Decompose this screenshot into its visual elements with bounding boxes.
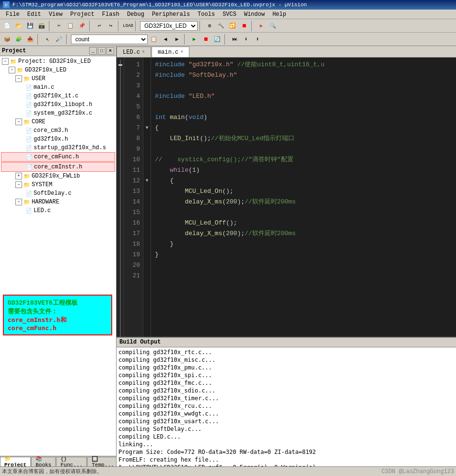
code-content[interactable]: #include "gd32f10x.h" //使能uint8_t,uint16…	[151, 58, 456, 337]
step-in-btn[interactable]: ⬇	[241, 34, 251, 45]
project-tab-func[interactable]: {} Func...	[56, 457, 87, 466]
main-tab-close[interactable]: ×	[180, 49, 183, 55]
sep10	[224, 34, 227, 45]
project-minimize-btn[interactable]: _	[89, 47, 97, 55]
sep3	[118, 21, 121, 31]
tree-core-cmfunc[interactable]: 📄 core_cmFunc.h	[1, 152, 115, 162]
menu-svcs[interactable]: SVCS	[219, 10, 240, 19]
project-dropdown[interactable]: GD32F10x_LED	[140, 21, 198, 31]
menu-peripherals[interactable]: Peripherals	[148, 10, 194, 19]
fwlib-expand[interactable]: +	[15, 173, 22, 179]
project-tab-temp[interactable]: 🔲 Temp...	[87, 457, 117, 466]
manage-btn[interactable]: 📦	[2, 34, 12, 45]
tree-system-folder[interactable]: − 📁 SYSTEM	[1, 180, 115, 189]
tree-user-folder[interactable]: − 📁 USER	[1, 74, 115, 83]
find-in-files-btn[interactable]: 📋	[149, 34, 159, 45]
tree-fwlib-folder[interactable]: + 📁 GD32F10x_FWLib	[1, 172, 115, 180]
sep5	[199, 21, 202, 31]
paste-btn[interactable]: 📌	[77, 21, 87, 31]
open-btn[interactable]: 📂	[13, 21, 24, 31]
build-line: FromELF: creating hex file...	[118, 456, 454, 464]
pack-installer-btn[interactable]: 📥	[25, 34, 35, 45]
file-tabs: LED.c × main.c ×	[117, 46, 456, 58]
stop2-btn[interactable]: ⏹	[200, 34, 211, 45]
tree-gd32-h[interactable]: 📄 gd32f10x.h	[1, 135, 115, 143]
status-bar: 本文章来自博客园，如有侵权请联系删除。 CSDN @LaoZhangGong12…	[0, 466, 456, 476]
menu-view[interactable]: View	[45, 10, 67, 19]
project-tree: − 📁 Project: GD32F10x_LED − 📁 GD32F10x_L…	[0, 56, 116, 456]
tree-core-cminstr[interactable]: 📄 core_cmInstr.h	[1, 162, 115, 172]
find-btn[interactable]: 🔎	[54, 34, 64, 45]
tree-led-c[interactable]: 📄 LED.c	[1, 206, 115, 215]
load-btn[interactable]: LOAD	[123, 21, 133, 31]
run-btn[interactable]: ▶	[189, 34, 199, 45]
stop-btn[interactable]: ⏹	[239, 21, 249, 31]
hardware-expand[interactable]: −	[15, 199, 22, 205]
core-expand[interactable]: −	[15, 119, 22, 125]
tree-core-cm3-label: core_cm3.h	[34, 127, 68, 134]
redo-btn[interactable]: ↪️	[105, 21, 116, 31]
tree-it-c[interactable]: 📄 gd32f10x_it.c	[1, 92, 115, 100]
menu-window[interactable]: Window	[240, 10, 269, 19]
led-tab-close[interactable]: ×	[142, 49, 145, 55]
project-tab-project[interactable]: 📁 Project	[0, 457, 31, 466]
project-restore-btn[interactable]: □	[98, 47, 105, 55]
debug-menu-btn[interactable]: 🔍	[268, 21, 278, 31]
user-expand[interactable]: −	[15, 75, 22, 82]
rebuild-btn[interactable]: 🔁	[227, 21, 238, 31]
file-tab-led[interactable]: LED.c ×	[117, 47, 151, 57]
menu-debug[interactable]: Debug	[123, 10, 148, 19]
new-file-btn[interactable]: 📄	[2, 21, 12, 31]
build-btn[interactable]: 🔨	[216, 21, 226, 31]
components-btn[interactable]: 🧩	[13, 34, 24, 45]
project-close-btn[interactable]: ×	[106, 47, 114, 55]
menu-file[interactable]: File	[2, 10, 23, 19]
tree-root[interactable]: − 📁 Project: GD32F10x_LED	[1, 57, 115, 66]
books-tab-label: 📚 Books	[35, 456, 51, 466]
menu-tools[interactable]: Tools	[194, 10, 219, 19]
save-all-btn[interactable]: 🗃️	[36, 21, 47, 31]
main-tab-label: main.c	[158, 49, 178, 56]
menu-edit[interactable]: Edit	[23, 10, 45, 19]
prev-btn[interactable]: ◀	[160, 34, 171, 45]
system-folder-icon: 📁	[23, 181, 31, 189]
tree-core-folder[interactable]: − 📁 CORE	[1, 118, 115, 126]
menu-flash[interactable]: Flash	[98, 10, 123, 19]
undo-btn[interactable]: ↩️	[94, 21, 105, 31]
step-out-btn[interactable]: ⬆	[252, 34, 263, 45]
root-expand[interactable]: −	[2, 58, 9, 65]
step-over-btn[interactable]: ⏭	[229, 34, 240, 45]
menu-project[interactable]: Project	[66, 10, 98, 19]
menu-help[interactable]: Help	[269, 10, 290, 19]
app-icon: µ	[3, 1, 10, 8]
build-line: compiling gd32f10x_fmc.c...	[118, 379, 454, 387]
tree-core-cm3[interactable]: 📄 core_cm3.h	[1, 126, 115, 135]
tree-libopt-h[interactable]: 📄 gd32f10x_libopt.h	[1, 100, 115, 109]
proj-expand[interactable]: −	[9, 67, 15, 73]
tree-startup[interactable]: 📄 startup_gd32f10x_hd.s	[1, 143, 115, 152]
libopt-h-icon: 📄	[25, 101, 33, 108]
file-tab-main[interactable]: main.c ×	[152, 47, 189, 57]
debug-start-btn[interactable]: ▶	[256, 21, 267, 31]
save-btn[interactable]: 💾	[25, 21, 35, 31]
core-cmfunc-icon: 📄	[25, 153, 33, 161]
title-bar: µ F:\STM32_program\GD32\GD32F103VET6_Pro…	[0, 0, 456, 10]
tree-main-c[interactable]: 📄 main.c	[1, 83, 115, 92]
target-options-btn[interactable]: ⚙️	[204, 21, 215, 31]
status-text: 本文章来自博客园，如有侵权请联系删除。	[2, 468, 102, 475]
count-dropdown[interactable]: count	[71, 35, 148, 44]
tree-hardware-folder[interactable]: − 📁 HARDWARE	[1, 198, 115, 206]
code-editor[interactable]: 12345 678910 1112131415 1617181920 21	[117, 58, 456, 337]
cut-btn[interactable]: ✂️	[54, 21, 64, 31]
select-btn[interactable]: ↖	[42, 34, 53, 45]
build-line: compiling gd32f10x_spi.c...	[118, 371, 454, 379]
reset-btn[interactable]: 🔄	[212, 34, 222, 45]
tree-project-folder[interactable]: − 📁 GD32F10x_LED	[1, 66, 115, 74]
tree-system-c[interactable]: 📄 system_gd32f10x.c	[1, 109, 115, 118]
tree-softdelay-label: SoftDelay.c	[34, 190, 71, 197]
next-btn[interactable]: ▶	[172, 34, 182, 45]
project-tab-books[interactable]: 📚 Books	[31, 457, 56, 466]
copy-btn[interactable]: 📋	[65, 21, 76, 31]
tree-softdelay[interactable]: 📄 SoftDelay.c	[1, 189, 115, 198]
system-expand[interactable]: −	[15, 181, 22, 188]
